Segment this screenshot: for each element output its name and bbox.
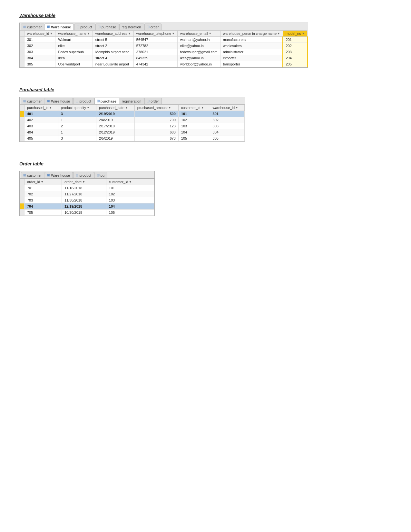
ptab-warehouse[interactable]: ⊞ Ware house: [45, 98, 73, 104]
col-warehouse-person[interactable]: warehouse_persn in charge name ▼: [220, 31, 283, 37]
row-indicator: [20, 123, 24, 129]
table-cell: 304: [24, 55, 55, 61]
prow-indicator-header: [20, 105, 24, 111]
row-indicator-header: [20, 31, 24, 37]
table-row: 70211/27/2018102: [20, 191, 154, 197]
table-cell: 2/19/2019: [96, 111, 134, 117]
ptab-order-icon: ⊞: [147, 99, 150, 103]
table-cell: manufacturers: [220, 37, 283, 43]
otab-warehouse[interactable]: ⊞ Ware house: [45, 172, 73, 178]
col-model-no[interactable]: model_no ▼: [283, 31, 307, 37]
sort-icon-model-no: ▼: [302, 32, 305, 35]
purchase-table: purchased_id ▼ product quantity ▼ purcha…: [20, 104, 245, 142]
col-warehouse-name[interactable]: warehouse_name ▼: [55, 31, 93, 37]
col-warehouse-id[interactable]: warehouse_id ▼: [24, 31, 55, 37]
otab-customer-icon: ⊞: [23, 173, 26, 177]
col-purchase-warehouse-id[interactable]: warehouse_id ▼: [210, 105, 244, 111]
tab-purchase-icon: ⊞: [98, 25, 101, 29]
table-cell: 104: [106, 203, 154, 210]
table-cell: 302: [24, 43, 55, 49]
table-cell: 704: [24, 203, 62, 210]
tab-registeration[interactable]: registeration: [119, 24, 144, 30]
ptab-registeration[interactable]: registeration: [120, 98, 144, 104]
table-row: 70510/30/2018105: [20, 210, 154, 216]
table-cell: 303: [24, 49, 55, 55]
otab-product[interactable]: ⊞ product: [73, 172, 94, 178]
sort-icon-purchased-amount: ▼: [168, 106, 171, 109]
row-indicator: [20, 203, 24, 210]
tab-product[interactable]: ⊞ product: [74, 24, 95, 30]
sort-icon-warehouse-email: ▼: [209, 32, 211, 35]
table-row: 304Ikeastreet 4849325ikea@yahoo.inexport…: [20, 55, 308, 61]
table-cell: 303: [210, 123, 244, 129]
table-row: 301Walmartstreet 5564547walmart@yahoo.in…: [20, 37, 308, 43]
table-cell: Ikea: [55, 55, 93, 61]
order-section: Order table ⊞ customer ⊞ Ware house ⊞ pr…: [19, 161, 392, 216]
col-product-quantity[interactable]: product quantity ▼: [58, 105, 96, 111]
table-cell: Fedex superhub: [55, 49, 93, 55]
table-cell: 849325: [133, 55, 177, 61]
sort-icon-purchase-warehouse-id: ▼: [235, 106, 238, 109]
table-cell: 3: [58, 111, 96, 117]
table-cell: administrator: [220, 49, 283, 55]
tab-customer[interactable]: ⊞ customer: [21, 24, 44, 30]
col-customer-id[interactable]: customer_id ▼: [178, 105, 210, 111]
table-cell: 12/19/2018: [62, 203, 106, 210]
tab-warehouse-icon: ⊞: [47, 25, 50, 29]
order-table: order_id ▼ order_date ▼ customer_id: [20, 179, 154, 216]
tab-purchase[interactable]: ⊞ purchase: [95, 24, 119, 30]
table-cell: 2/17/2019: [96, 123, 134, 129]
purchase-section: Purchased table ⊞ customer ⊞ Ware house …: [19, 87, 392, 142]
otab-warehouse-icon: ⊞: [47, 173, 50, 177]
table-row: 305Ups worldportnear Louisville airport4…: [20, 61, 308, 67]
table-cell: 123: [134, 123, 178, 129]
warehouse-section: Warehouse table ⊞ customer ⊞ Ware house …: [19, 13, 392, 68]
table-row: 70412/19/2018104: [20, 203, 154, 210]
ptab-order[interactable]: ⊞ order: [144, 98, 162, 104]
table-cell: 205: [283, 61, 307, 67]
ptab-purchase[interactable]: ⊞ purchase: [94, 98, 119, 104]
col-purchased-id[interactable]: purchased_id ▼: [24, 105, 58, 111]
table-cell: transporter: [220, 61, 283, 67]
otab-customer[interactable]: ⊞ customer: [21, 172, 44, 178]
col-warehouse-address[interactable]: warehouse_address ▼: [93, 31, 133, 37]
ptab-purchase-icon: ⊞: [97, 99, 100, 103]
order-window: ⊞ customer ⊞ Ware house ⊞ product ⊞ pu: [19, 171, 155, 216]
otab-pu[interactable]: ⊞ pu: [94, 172, 107, 178]
col-warehouse-telephone[interactable]: warehouse_telephone ▼: [133, 31, 177, 37]
col-order-customer-id[interactable]: customer_id ▼: [106, 179, 154, 185]
row-indicator: [20, 117, 24, 123]
ptab-customer[interactable]: ⊞ customer: [21, 98, 44, 104]
table-cell: 304: [210, 129, 244, 135]
table-cell: 301: [24, 37, 55, 43]
table-cell: 564547: [133, 37, 177, 43]
col-purchased-date[interactable]: purchased_date ▼: [96, 105, 134, 111]
table-row: 40322/17/2019123103303: [20, 123, 245, 129]
sort-icon-order-id: ▼: [41, 180, 44, 183]
col-order-id[interactable]: order_id ▼: [24, 179, 62, 185]
ptab-product[interactable]: ⊞ product: [73, 98, 94, 104]
sort-icon-warehouse-address: ▼: [128, 32, 131, 35]
table-cell: 2/12/2019: [96, 129, 134, 135]
ptab-product-icon: ⊞: [75, 99, 78, 103]
table-row: 40412/12/2019683104304: [20, 129, 245, 135]
col-order-date[interactable]: order_date ▼: [62, 179, 106, 185]
table-cell: 1: [58, 129, 96, 135]
table-cell: 701: [24, 185, 62, 191]
table-cell: Memphis airport near: [93, 49, 133, 55]
warehouse-title: Warehouse table: [19, 13, 392, 18]
table-cell: street 4: [93, 55, 133, 61]
table-cell: 405: [24, 135, 58, 142]
table-cell: Ups worldport: [55, 61, 93, 67]
table-cell: street 5: [93, 37, 133, 43]
tab-order[interactable]: ⊞ order: [144, 24, 162, 30]
table-cell: walmart@yahoo.in: [177, 37, 220, 43]
table-cell: 203: [283, 49, 307, 55]
col-purchased-amount[interactable]: pruchased_amount ▼: [134, 105, 178, 111]
otab-pu-icon: ⊞: [97, 173, 100, 177]
tab-warehouse[interactable]: ⊞ Ware house: [45, 24, 74, 30]
table-cell: 703: [24, 197, 62, 203]
table-cell: 2/4/2019: [96, 117, 134, 123]
row-indicator: [20, 129, 24, 135]
col-warehouse-email[interactable]: warehouse_email ▼: [177, 31, 220, 37]
